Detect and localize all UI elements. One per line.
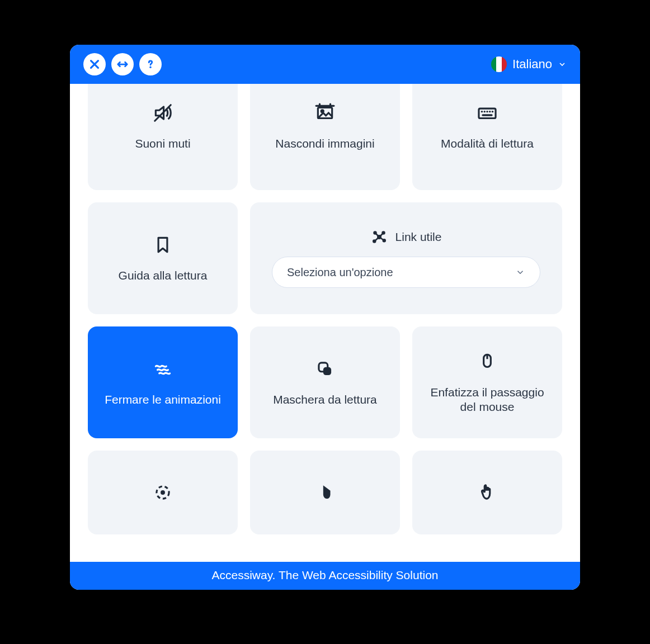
- tile-reading-mask[interactable]: Maschera da lettura: [250, 326, 400, 438]
- svg-point-28: [161, 490, 165, 495]
- tile-stop-animations[interactable]: Fermare le animazioni: [88, 326, 238, 438]
- help-button[interactable]: [139, 53, 162, 75]
- useful-link-label: Link utile: [395, 230, 442, 244]
- question-icon: [144, 58, 157, 70]
- widget-body: Suoni muti Nascondi immagini Modalità di…: [70, 84, 580, 562]
- options-grid: Suoni muti Nascondi immagini Modalità di…: [88, 84, 562, 534]
- language-selector[interactable]: Italiano: [491, 56, 567, 72]
- tile-mute-sounds[interactable]: Suoni muti: [88, 84, 238, 190]
- footer-text: Accessiway. The Web Accessibility Soluti…: [211, 569, 438, 581]
- chevron-down-icon: [558, 60, 567, 69]
- tile-label: Maschera da lettura: [273, 392, 377, 407]
- tile-reading-mode[interactable]: Modalità di lettura: [412, 84, 562, 190]
- mouse-icon: [476, 351, 498, 373]
- pointer-solid-icon: [314, 481, 336, 504]
- overlap-squares-icon: [314, 358, 336, 380]
- useful-link-select[interactable]: Seleziona un'opzione: [272, 257, 540, 288]
- select-placeholder: Seleziona un'opzione: [287, 266, 393, 279]
- tile-label: Modalità di lettura: [441, 136, 534, 151]
- tile-partial-3[interactable]: [412, 451, 562, 534]
- move-button[interactable]: [111, 53, 134, 75]
- useful-link-heading: Link utile: [371, 229, 442, 245]
- header-controls: [83, 53, 162, 75]
- arrows-horizontal-icon: [116, 58, 129, 70]
- image-slash-icon: [314, 102, 336, 124]
- tile-hide-images[interactable]: Nascondi immagini: [250, 84, 400, 190]
- close-icon: [88, 58, 101, 70]
- tile-label: Suoni muti: [135, 136, 190, 151]
- language-label: Italiano: [512, 57, 552, 72]
- mute-icon: [152, 102, 174, 124]
- widget-header: Italiano: [70, 45, 580, 84]
- close-button[interactable]: [83, 53, 106, 75]
- tile-label: Fermare le animazioni: [105, 392, 221, 407]
- widget-footer: Accessiway. The Web Accessibility Soluti…: [70, 562, 580, 590]
- tile-useful-link: Link utile Seleziona un'opzione: [250, 202, 562, 314]
- tile-partial-1[interactable]: [88, 451, 238, 534]
- bookmark-icon: [152, 234, 174, 256]
- tile-partial-2[interactable]: [250, 451, 400, 534]
- tile-label: Guida alla lettura: [119, 268, 208, 283]
- svg-rect-7: [479, 108, 496, 118]
- chevron-down-icon: [515, 267, 525, 277]
- flag-italy-icon: [491, 56, 507, 72]
- svg-point-0: [149, 67, 151, 68]
- waves-icon: [152, 358, 174, 380]
- accessibility-widget: Italiano Suoni muti Nascondi immagini: [70, 45, 580, 590]
- network-icon: [371, 229, 388, 245]
- tile-label: Enfatizza il passaggio del mouse: [422, 385, 552, 415]
- svg-rect-24: [323, 367, 331, 375]
- tile-label: Nascondi immagini: [275, 136, 374, 151]
- pointer-outline-icon: [476, 481, 498, 504]
- tile-highlight-hover[interactable]: Enfatizza il passaggio del mouse: [412, 326, 562, 438]
- keyboard-icon: [476, 102, 498, 124]
- tile-reading-guide[interactable]: Guida alla lettura: [88, 202, 238, 314]
- target-icon: [152, 481, 174, 504]
